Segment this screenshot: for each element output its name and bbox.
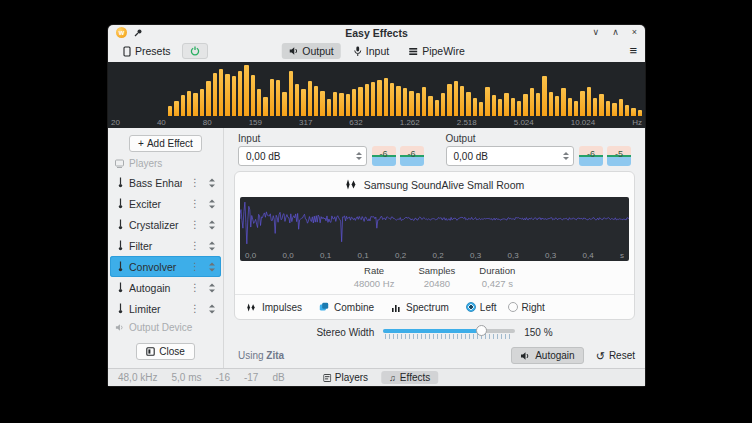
reset-button[interactable]: ↺ Reset <box>596 350 635 361</box>
spectrum-bars <box>110 65 643 116</box>
tab-pipewire[interactable]: PipeWire <box>402 43 472 59</box>
menu-button[interactable]: ≡ <box>629 41 637 61</box>
close-label: Close <box>159 346 185 357</box>
combine-button[interactable]: Combine <box>319 302 374 313</box>
minimize-button[interactable]: ∨ <box>593 25 600 40</box>
tab-output-label: Output <box>302 45 334 57</box>
effect-menu-button[interactable]: ⋮ <box>187 303 203 314</box>
sidebar-item-filter[interactable]: Filter⋮ <box>110 235 221 256</box>
drag-handle-icon[interactable] <box>208 262 216 272</box>
spectrum-bar <box>536 93 540 116</box>
drag-handle-icon[interactable] <box>208 241 216 251</box>
effect-icon <box>117 303 124 314</box>
impulse-name: Samsung SoundAlive Small Room <box>364 179 525 191</box>
rate-header: Rate <box>354 265 395 276</box>
effect-label: Convolver <box>129 261 182 273</box>
spectrum-bar <box>314 86 318 116</box>
sidebar-item-crystalizer[interactable]: Crystalizer⋮ <box>110 214 221 235</box>
effect-menu-button[interactable]: ⋮ <box>187 177 203 188</box>
window-title: Easy Effects <box>108 27 645 39</box>
channel-left-radio[interactable]: Left <box>466 302 497 313</box>
effect-icon <box>117 177 124 188</box>
spectrum-bar <box>612 103 616 116</box>
impulse-icon <box>345 179 358 190</box>
tab-players[interactable]: Players <box>315 371 376 384</box>
spectrum-bar <box>511 98 515 116</box>
players-header-label: Players <box>129 158 162 169</box>
tab-pipewire-label: PipeWire <box>422 45 465 57</box>
spectrum-bar <box>213 73 217 116</box>
main-panel: Input 0,00 dB -6-6 Output <box>223 128 645 368</box>
time-tick-label: 0,2 <box>433 251 444 260</box>
effect-label: Crystalizer <box>129 219 182 231</box>
close-button[interactable]: Close <box>136 343 195 360</box>
players-header: Players <box>108 155 223 172</box>
spinbox-arrows-icon[interactable] <box>563 152 569 160</box>
spectrum-bar <box>549 92 553 116</box>
music-note-icon: ♫ <box>389 373 396 383</box>
close-window-button[interactable]: × <box>632 25 637 40</box>
stereo-width-slider[interactable] <box>383 326 515 340</box>
impulses-button[interactable]: Impulses <box>246 302 302 313</box>
sidebar-item-bass-enhancer[interactable]: Bass Enhancer⋮ <box>110 172 221 193</box>
drag-handle-icon[interactable] <box>208 199 216 209</box>
time-tick-label: 0,1 <box>358 251 369 260</box>
effect-label: Autogain <box>129 282 182 294</box>
sidebar-item-exciter[interactable]: Exciter⋮ <box>110 193 221 214</box>
spectrum-bar <box>301 89 305 116</box>
close-icon <box>146 347 155 356</box>
output-gain-spinbox[interactable]: 0,00 dB <box>446 146 575 166</box>
titlebar[interactable]: Easy Effects w ∨ ∧ × <box>108 25 645 40</box>
drag-handle-icon[interactable] <box>208 220 216 230</box>
sidebar-item-autogain[interactable]: Autogain⋮ <box>110 277 221 298</box>
presets-button[interactable]: Presets <box>116 43 178 59</box>
tab-effects[interactable]: ♫ Effects <box>381 371 438 384</box>
maximize-button[interactable]: ∧ <box>612 25 619 40</box>
samples-header: Samples <box>418 265 455 276</box>
output-meters: -6-5 <box>579 146 631 166</box>
input-gain-spinbox[interactable]: 0,00 dB <box>238 146 367 166</box>
spectrum-bar <box>403 88 407 116</box>
channel-left-label: Left <box>480 302 497 313</box>
time-tick-label: s <box>620 251 624 260</box>
output-gain-value: 0,00 dB <box>454 151 488 162</box>
tab-input[interactable]: Input <box>347 43 396 59</box>
spectrum-bar <box>473 98 477 116</box>
stat-value: 48,0 kHz <box>118 372 157 383</box>
add-effect-button[interactable]: + Add Effect <box>129 135 202 152</box>
spectrum-bar <box>181 95 185 116</box>
sidebar-item-convolver[interactable]: Convolver⋮ <box>110 256 221 277</box>
spectrum-toggle[interactable]: Spectrum <box>391 302 449 313</box>
input-gain-value: 0,00 dB <box>246 151 280 162</box>
slider-handle[interactable] <box>476 325 487 336</box>
stereo-width-label: Stereo Width <box>316 327 374 338</box>
effect-menu-button[interactable]: ⋮ <box>187 240 203 251</box>
effect-menu-button[interactable]: ⋮ <box>187 261 203 272</box>
spectrum-bar <box>346 94 350 116</box>
spectrum-bar <box>492 95 496 116</box>
level-meter-value: -6 <box>400 149 424 159</box>
effect-menu-button[interactable]: ⋮ <box>187 219 203 230</box>
channel-right-label: Right <box>522 302 545 313</box>
effect-menu-button[interactable]: ⋮ <box>187 198 203 209</box>
time-tick-label: 0,4 <box>583 251 594 260</box>
global-bypass-button[interactable] <box>182 43 208 59</box>
spectrum-axis-label: 317 <box>299 118 312 127</box>
channel-right-radio[interactable]: Right <box>508 302 545 313</box>
spectrum-bar <box>270 79 274 116</box>
drag-handle-icon[interactable] <box>208 304 216 314</box>
drag-handle-icon[interactable] <box>208 283 216 293</box>
spectrum-bar <box>517 101 521 116</box>
spectrum-bar <box>555 96 559 116</box>
spinbox-arrows-icon[interactable] <box>356 152 362 160</box>
autogain-button[interactable]: Autogain <box>511 347 583 364</box>
effect-menu-button[interactable]: ⋮ <box>187 282 203 293</box>
spectrum-bar <box>631 108 635 116</box>
spectrum-bar <box>333 92 337 116</box>
impulses-icon <box>246 303 257 312</box>
sidebar-item-limiter[interactable]: Limiter⋮ <box>110 298 221 319</box>
tab-output[interactable]: Output <box>281 43 341 59</box>
spectrum-bar <box>263 97 267 116</box>
drag-handle-icon[interactable] <box>208 178 216 188</box>
spectrum-bar <box>504 93 508 116</box>
